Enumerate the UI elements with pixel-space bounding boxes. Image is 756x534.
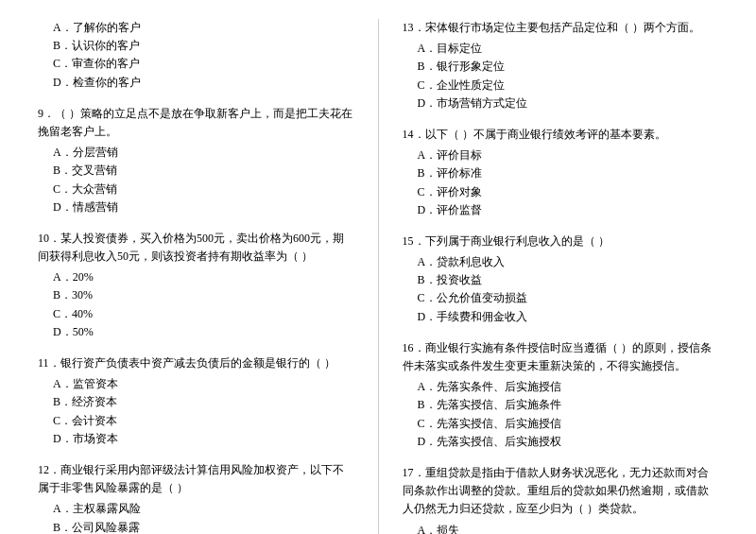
option-d-knowcustomer: D．检查你的客户 [38, 74, 354, 92]
q13-option-d: D．市场营销方式定位 [403, 95, 719, 112]
question-block-16: 16．商业银行实施有条件授信时应当遵循（ ）的原则，授信条件未落实或条件发生变更… [403, 339, 719, 451]
option-a-knowcustomer: A．了解你的客户 [38, 19, 354, 37]
q15-option-c: C．公允价值变动损益 [403, 289, 719, 307]
q9-option-d: D．情感营销 [38, 198, 354, 216]
question-11-text: 11．银行资产负债表中资产减去负债后的金额是银行的（ ） [38, 354, 354, 372]
q13-option-b: B．银行形象定位 [403, 58, 719, 76]
option-b-knowcustomer: B．认识你的客户 [38, 37, 354, 55]
question-block-15: 15．下列属于商业银行利息收入的是（ ） A．贷款利息收入 B．投资收益 C．公… [403, 233, 719, 326]
question-17-text: 17．重组贷款是指由于借款人财务状况恶化，无力还款而对合同条款作出调整的贷款。重… [403, 464, 719, 519]
question-15-text: 15．下列属于商业银行利息收入的是（ ） [403, 233, 719, 250]
q12-option-b: B．公司风险暴露 [38, 519, 354, 535]
q9-option-a: A．分层营销 [38, 144, 354, 162]
q15-option-d: D．手续费和佣金收入 [403, 308, 719, 326]
q10-option-d: D．50% [38, 323, 354, 341]
q17-option-a: A．损失 [403, 522, 719, 535]
q16-option-b: B．先落实授信、后实施条件 [403, 396, 719, 414]
q11-option-b: B．经济资本 [38, 393, 354, 411]
q14-option-c: C．评价对象 [403, 183, 719, 201]
question-16-text: 16．商业银行实施有条件授信时应当遵循（ ）的原则，授信条件未落实或条件发生变更… [403, 339, 719, 375]
q9-option-c: C．大众营销 [38, 181, 354, 198]
right-column: 13．宋体银行市场定位主要包括产品定位和（ ）两个方面。 A．目标定位 B．银行… [403, 19, 719, 534]
q10-option-b: B．30% [38, 286, 354, 304]
question-block-options-only: A．了解你的客户 B．认识你的客户 C．审查你的客户 D．检查你的客户 [38, 19, 354, 92]
q11-option-a: A．监管资本 [38, 375, 354, 393]
question-block-11: 11．银行资产负债表中资产减去负债后的金额是银行的（ ） A．监管资本 B．经济… [38, 354, 354, 448]
left-column: A．了解你的客户 B．认识你的客户 C．审查你的客户 D．检查你的客户 9．（ … [38, 19, 354, 534]
question-block-12: 12．商业银行采用内部评级法计算信用风险加权资产，以下不属于非零售风险暴露的是（… [38, 461, 354, 534]
option-c-knowcustomer: C．审查你的客户 [38, 55, 354, 73]
q11-option-d: D．市场资本 [38, 430, 354, 448]
q10-option-a: A．20% [38, 268, 354, 286]
question-block-10: 10．某人投资债券，买入价格为500元，卖出价格为600元，期间获得利息收入50… [38, 230, 354, 341]
column-divider [378, 19, 379, 534]
page-content: A．了解你的客户 B．认识你的客户 C．审查你的客户 D．检查你的客户 9．（ … [38, 19, 718, 534]
q16-option-a: A．先落实条件、后实施授信 [403, 378, 719, 396]
q13-option-c: C．企业性质定位 [403, 77, 719, 95]
question-12-text: 12．商业银行采用内部评级法计算信用风险加权资产，以下不属于非零售风险暴露的是（… [38, 461, 354, 497]
question-13-text: 13．宋体银行市场定位主要包括产品定位和（ ）两个方面。 [403, 19, 719, 37]
q16-option-d: D．先落实授信、后实施授权 [403, 433, 719, 451]
q15-option-b: B．投资收益 [403, 271, 719, 289]
q14-option-a: A．评价目标 [403, 146, 719, 164]
q9-option-b: B．交叉营销 [38, 162, 354, 180]
q14-option-d: D．评价监督 [403, 201, 719, 219]
q13-option-a: A．目标定位 [403, 40, 719, 58]
question-14-text: 14．以下（ ）不属于商业银行绩效考评的基本要素。 [403, 126, 719, 144]
q16-option-c: C．先落实授信、后实施授信 [403, 415, 719, 433]
question-block-13: 13．宋体银行市场定位主要包括产品定位和（ ）两个方面。 A．目标定位 B．银行… [403, 19, 719, 112]
q12-option-a: A．主权暴露风险 [38, 500, 354, 518]
question-block-9: 9．（ ）策略的立足点不是放在争取新客户上，而是把工夫花在挽留老客户上。 A．分… [38, 105, 354, 216]
question-10-text: 10．某人投资债券，买入价格为500元，卖出价格为600元，期间获得利息收入50… [38, 230, 354, 266]
q10-option-c: C．40% [38, 305, 354, 323]
question-block-17: 17．重组贷款是指由于借款人财务状况恶化，无力还款而对合同条款作出调整的贷款。重… [403, 464, 719, 534]
question-block-14: 14．以下（ ）不属于商业银行绩效考评的基本要素。 A．评价目标 B．评价标准 … [403, 126, 719, 219]
q11-option-c: C．会计资本 [38, 412, 354, 430]
q15-option-a: A．贷款利息收入 [403, 253, 719, 271]
question-9-text: 9．（ ）策略的立足点不是放在争取新客户上，而是把工夫花在挽留老客户上。 [38, 105, 354, 141]
q14-option-b: B．评价标准 [403, 164, 719, 182]
